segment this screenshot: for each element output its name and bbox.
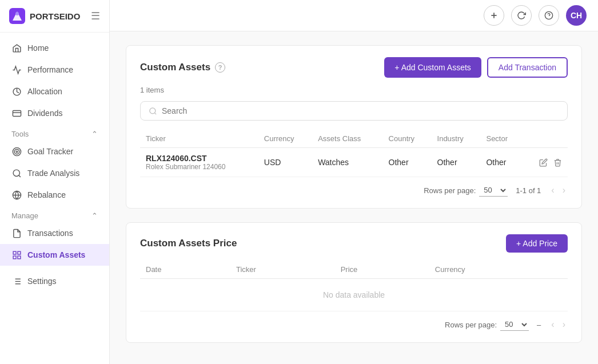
- svg-rect-13: [13, 251, 16, 254]
- custom-assets-section: Custom Assets ? + Add Custom Assets Add …: [126, 45, 582, 209]
- cell-sector: Other: [480, 148, 523, 177]
- sidebar-item-dividends-label: Dividends: [27, 109, 62, 118]
- rows-per-page-control: Rows per page: 50 25 100: [424, 184, 508, 197]
- tools-section-header: Tools ⌃: [0, 124, 109, 141]
- col-header-country: Country: [383, 130, 432, 148]
- sidebar-item-goal-tracker-label: Goal Tracker: [27, 147, 73, 156]
- price-rows-per-page-label: Rows per page:: [445, 321, 497, 329]
- sidebar-item-rebalance[interactable]: Rebalance: [0, 184, 109, 206]
- edit-icon[interactable]: [539, 158, 548, 167]
- logo-text: PORTSEIDO: [30, 11, 80, 21]
- price-pagination-dash: –: [537, 321, 541, 329]
- add-button[interactable]: [484, 5, 504, 26]
- rebalance-icon: [11, 190, 22, 200]
- manage-section-header: Manage ⌃: [0, 206, 109, 222]
- no-data-cell: No data available: [140, 279, 568, 311]
- price-page-nav: ‹ ›: [549, 318, 568, 331]
- svg-rect-16: [17, 255, 20, 258]
- sidebar-item-trade-analysis[interactable]: Trade Analysis: [0, 162, 109, 184]
- search-input[interactable]: [162, 106, 390, 115]
- sidebar-item-dividends[interactable]: Dividends: [0, 102, 109, 124]
- price-rows-per-page-select[interactable]: 50 25 100: [500, 318, 529, 331]
- transactions-icon: [11, 228, 22, 238]
- svg-point-8: [16, 151, 18, 153]
- hamburger-icon[interactable]: ☰: [91, 10, 100, 22]
- pagination-info: 1-1 of 1: [516, 186, 541, 195]
- home-icon: [11, 43, 22, 53]
- search-box: [140, 101, 568, 121]
- prev-page-button[interactable]: ‹: [549, 184, 556, 197]
- logo-icon: [9, 8, 25, 24]
- custom-assets-title: Custom Assets: [140, 62, 210, 73]
- avatar[interactable]: CH: [566, 5, 587, 26]
- rows-per-page-select[interactable]: 50 25 100: [479, 184, 508, 197]
- page-content: Custom Assets ? + Add Custom Assets Add …: [110, 31, 598, 364]
- delete-icon[interactable]: [553, 158, 562, 167]
- price-next-page-button[interactable]: ›: [560, 318, 568, 331]
- chart-icon: [11, 65, 22, 75]
- col-header-actions: [523, 130, 568, 148]
- price-rows-per-page-control: Rows per page: 50 25 100: [445, 318, 529, 331]
- price-title-row: Custom Assets Price + Add Price: [140, 234, 568, 253]
- cell-country: Other: [383, 148, 432, 177]
- sidebar-item-custom-assets[interactable]: Custom Assets: [0, 244, 109, 266]
- add-transaction-button[interactable]: Add Transaction: [487, 57, 568, 78]
- sidebar-item-home[interactable]: Home: [0, 37, 109, 59]
- dividends-icon: [11, 108, 22, 118]
- custom-assets-pagination: Rows per page: 50 25 100 1-1 of 1 ‹ ›: [140, 177, 568, 197]
- page-nav: ‹ ›: [549, 184, 568, 197]
- col-header-industry: Industry: [432, 130, 481, 148]
- sidebar-item-transactions-label: Transactions: [27, 229, 73, 238]
- col-header-currency: Currency: [258, 130, 312, 148]
- settings-icon: [11, 276, 22, 286]
- price-table: Date Ticker Price Currency No data avail…: [140, 261, 568, 311]
- custom-assets-help-icon[interactable]: ?: [215, 62, 225, 73]
- sidebar-item-rebalance-label: Rebalance: [27, 190, 66, 199]
- svg-point-7: [14, 149, 19, 154]
- custom-assets-icon: [11, 250, 22, 260]
- sidebar-item-settings-label: Settings: [27, 277, 57, 286]
- svg-line-10: [18, 175, 20, 177]
- price-title: Custom Assets Price: [140, 238, 237, 249]
- price-col-price: Price: [335, 261, 429, 279]
- svg-point-2: [15, 12, 19, 15]
- svg-point-9: [13, 170, 19, 176]
- items-count: 1 items: [140, 86, 568, 94]
- table-row: RLX124060.CST Rolex Submariner 124060 US…: [140, 148, 568, 177]
- price-prev-page-button[interactable]: ‹: [549, 318, 556, 331]
- add-custom-assets-button[interactable]: + Add Custom Assets: [384, 57, 481, 78]
- cell-industry: Other: [432, 148, 481, 177]
- sidebar-item-home-label: Home: [27, 43, 49, 53]
- cell-ticker: RLX124060.CST Rolex Submariner 124060: [140, 148, 258, 177]
- rows-per-page-label: Rows per page:: [424, 186, 476, 195]
- main-content: CH Custom Assets ? + Add Custom Assets A…: [110, 0, 598, 364]
- tools-label: Tools: [11, 130, 29, 138]
- col-header-ticker: Ticker: [140, 130, 258, 148]
- manage-chevron-icon[interactable]: ⌃: [91, 211, 98, 220]
- search-input-icon: [149, 107, 157, 115]
- tools-chevron-icon[interactable]: ⌃: [91, 130, 98, 138]
- search-icon: [11, 168, 22, 178]
- sidebar: PORTSEIDO ☰ Home Performance Allocation: [0, 0, 110, 364]
- logo: PORTSEIDO: [9, 8, 80, 24]
- sidebar-item-trade-analysis-label: Trade Analysis: [27, 169, 79, 178]
- refresh-button[interactable]: [511, 5, 532, 26]
- topbar: CH: [110, 0, 598, 31]
- sidebar-header: PORTSEIDO ☰: [0, 0, 109, 33]
- sidebar-item-transactions[interactable]: Transactions: [0, 222, 109, 244]
- svg-rect-15: [13, 255, 16, 258]
- col-header-sector: Sector: [480, 130, 523, 148]
- sidebar-item-goal-tracker[interactable]: Goal Tracker: [0, 141, 109, 162]
- sidebar-item-settings[interactable]: Settings: [0, 270, 109, 292]
- help-button[interactable]: [539, 5, 559, 26]
- cell-assets-class: Watches: [312, 148, 382, 177]
- svg-rect-4: [13, 110, 21, 116]
- sidebar-item-custom-assets-label: Custom Assets: [27, 250, 85, 259]
- svg-point-27: [150, 107, 156, 113]
- manage-label: Manage: [11, 211, 38, 220]
- sidebar-item-allocation-label: Allocation: [27, 87, 62, 96]
- sidebar-item-performance[interactable]: Performance: [0, 59, 109, 81]
- add-price-button[interactable]: + Add Price: [506, 234, 568, 253]
- sidebar-item-allocation[interactable]: Allocation: [0, 81, 109, 102]
- next-page-button[interactable]: ›: [560, 184, 568, 197]
